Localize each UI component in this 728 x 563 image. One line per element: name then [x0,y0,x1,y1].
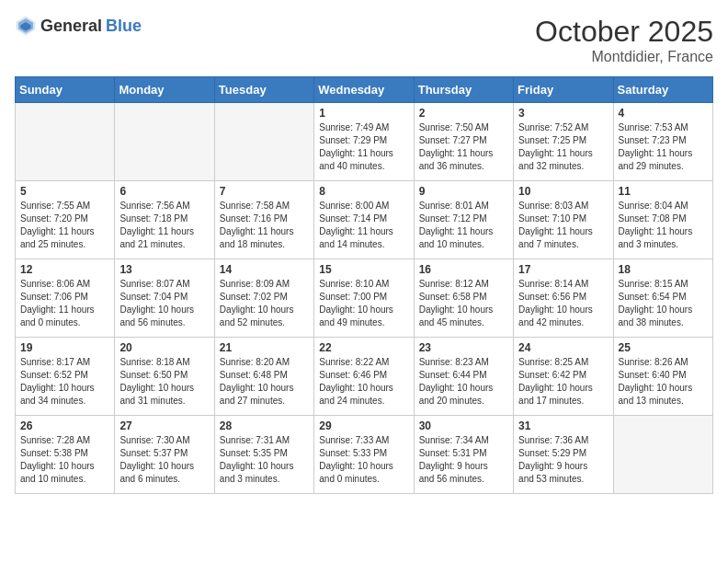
weekday-header-friday: Friday [514,77,613,103]
day-info: Sunrise: 8:23 AM Sunset: 6:44 PM Dayligh… [419,356,508,408]
calendar-cell: 23Sunrise: 8:23 AM Sunset: 6:44 PM Dayli… [414,338,513,416]
day-info: Sunrise: 8:04 AM Sunset: 7:08 PM Dayligh… [619,200,708,251]
logo-general-text: General [40,17,102,36]
day-info: Sunrise: 8:09 AM Sunset: 7:02 PM Dayligh… [220,278,309,329]
day-number: 7 [220,185,309,198]
day-info: Sunrise: 8:22 AM Sunset: 6:46 PM Dayligh… [319,356,408,408]
weekday-header-thursday: Thursday [414,77,513,103]
day-info: Sunrise: 7:34 AM Sunset: 5:31 PM Dayligh… [419,434,508,486]
day-info: Sunrise: 7:58 AM Sunset: 7:16 PM Dayligh… [220,200,309,251]
page-header: General Blue October 2025 Montdidier, Fr… [15,15,713,65]
day-info: Sunrise: 7:55 AM Sunset: 7:20 PM Dayligh… [20,200,109,251]
calendar-cell: 22Sunrise: 8:22 AM Sunset: 6:46 PM Dayli… [314,338,414,416]
day-number: 11 [619,185,708,198]
calendar-cell: 9Sunrise: 8:01 AM Sunset: 7:12 PM Daylig… [414,181,513,259]
day-info: Sunrise: 8:15 AM Sunset: 6:54 PM Dayligh… [619,278,708,329]
day-number: 12 [20,263,109,276]
day-number: 30 [419,419,508,432]
calendar-cell: 4Sunrise: 7:53 AM Sunset: 7:23 PM Daylig… [613,103,712,181]
calendar-cell: 20Sunrise: 8:18 AM Sunset: 6:50 PM Dayli… [115,338,214,416]
day-number: 13 [119,263,209,276]
day-number: 28 [220,419,309,432]
day-info: Sunrise: 8:07 AM Sunset: 7:04 PM Dayligh… [119,278,209,329]
calendar-cell: 19Sunrise: 8:17 AM Sunset: 6:52 PM Dayli… [16,338,115,416]
calendar-cell: 2Sunrise: 7:50 AM Sunset: 7:27 PM Daylig… [414,103,513,181]
calendar-week-row: 26Sunrise: 7:28 AM Sunset: 5:38 PM Dayli… [16,416,713,494]
calendar-cell: 16Sunrise: 8:12 AM Sunset: 6:58 PM Dayli… [414,259,513,338]
calendar-cell [214,103,313,181]
day-info: Sunrise: 8:06 AM Sunset: 7:06 PM Dayligh… [20,278,109,329]
weekday-header-sunday: Sunday [16,77,115,103]
calendar-week-row: 19Sunrise: 8:17 AM Sunset: 6:52 PM Dayli… [16,338,713,416]
day-info: Sunrise: 8:03 AM Sunset: 7:10 PM Dayligh… [518,200,608,251]
calendar-cell: 12Sunrise: 8:06 AM Sunset: 7:06 PM Dayli… [16,259,115,338]
day-number: 26 [20,419,109,432]
day-number: 16 [419,263,508,276]
day-number: 1 [319,107,408,120]
day-info: Sunrise: 7:31 AM Sunset: 5:35 PM Dayligh… [220,434,309,486]
day-number: 19 [20,341,109,354]
day-info: Sunrise: 7:52 AM Sunset: 7:25 PM Dayligh… [518,121,608,173]
day-number: 22 [319,341,408,354]
day-number: 14 [220,263,309,276]
day-number: 5 [20,185,109,198]
calendar-cell: 6Sunrise: 7:56 AM Sunset: 7:18 PM Daylig… [115,181,214,259]
day-number: 29 [319,419,408,432]
day-number: 8 [319,185,408,198]
day-info: Sunrise: 7:53 AM Sunset: 7:23 PM Dayligh… [619,121,708,173]
day-number: 17 [518,263,608,276]
calendar-table: SundayMondayTuesdayWednesdayThursdayFrid… [15,76,713,494]
day-number: 10 [518,185,608,198]
day-info: Sunrise: 8:18 AM Sunset: 6:50 PM Dayligh… [119,356,209,408]
day-info: Sunrise: 7:49 AM Sunset: 7:29 PM Dayligh… [319,121,408,173]
day-number: 20 [119,341,209,354]
day-number: 23 [419,341,508,354]
day-info: Sunrise: 8:12 AM Sunset: 6:58 PM Dayligh… [419,278,508,329]
calendar-cell: 15Sunrise: 8:10 AM Sunset: 7:00 PM Dayli… [314,259,414,338]
logo-icon [15,15,37,37]
weekday-header-wednesday: Wednesday [314,77,414,103]
month-title: October 2025 [535,15,713,49]
day-number: 18 [619,263,708,276]
day-info: Sunrise: 7:33 AM Sunset: 5:33 PM Dayligh… [319,434,408,486]
calendar-cell: 27Sunrise: 7:30 AM Sunset: 5:37 PM Dayli… [115,416,214,494]
calendar-cell: 31Sunrise: 7:36 AM Sunset: 5:29 PM Dayli… [514,416,613,494]
weekday-header-monday: Monday [115,77,214,103]
day-info: Sunrise: 7:36 AM Sunset: 5:29 PM Dayligh… [518,434,608,486]
day-info: Sunrise: 8:01 AM Sunset: 7:12 PM Dayligh… [419,200,508,251]
day-info: Sunrise: 8:20 AM Sunset: 6:48 PM Dayligh… [220,356,309,408]
calendar-cell: 14Sunrise: 8:09 AM Sunset: 7:02 PM Dayli… [214,259,313,338]
day-info: Sunrise: 8:17 AM Sunset: 6:52 PM Dayligh… [20,356,109,408]
day-number: 21 [220,341,309,354]
calendar-cell: 29Sunrise: 7:33 AM Sunset: 5:33 PM Dayli… [314,416,414,494]
calendar-cell: 8Sunrise: 8:00 AM Sunset: 7:14 PM Daylig… [314,181,414,259]
calendar-cell: 10Sunrise: 8:03 AM Sunset: 7:10 PM Dayli… [514,181,613,259]
calendar-cell: 1Sunrise: 7:49 AM Sunset: 7:29 PM Daylig… [314,103,414,181]
weekday-header-saturday: Saturday [613,77,712,103]
calendar-cell: 26Sunrise: 7:28 AM Sunset: 5:38 PM Dayli… [16,416,115,494]
calendar-cell [16,103,115,181]
day-number: 31 [518,419,608,432]
day-info: Sunrise: 8:25 AM Sunset: 6:42 PM Dayligh… [518,356,608,408]
calendar-week-row: 5Sunrise: 7:55 AM Sunset: 7:20 PM Daylig… [16,181,713,259]
day-number: 15 [319,263,408,276]
day-number: 27 [119,419,209,432]
calendar-cell: 21Sunrise: 8:20 AM Sunset: 6:48 PM Dayli… [214,338,313,416]
calendar-cell: 13Sunrise: 8:07 AM Sunset: 7:04 PM Dayli… [115,259,214,338]
day-info: Sunrise: 8:26 AM Sunset: 6:40 PM Dayligh… [619,356,708,408]
calendar-week-row: 1Sunrise: 7:49 AM Sunset: 7:29 PM Daylig… [16,103,713,181]
day-number: 25 [619,341,708,354]
day-info: Sunrise: 7:28 AM Sunset: 5:38 PM Dayligh… [20,434,109,486]
calendar-cell: 5Sunrise: 7:55 AM Sunset: 7:20 PM Daylig… [16,181,115,259]
title-block: October 2025 Montdidier, France [535,15,713,65]
day-number: 24 [518,341,608,354]
location-title: Montdidier, France [535,49,713,65]
day-number: 4 [619,107,708,120]
calendar-cell: 11Sunrise: 8:04 AM Sunset: 7:08 PM Dayli… [613,181,712,259]
calendar-cell: 7Sunrise: 7:58 AM Sunset: 7:16 PM Daylig… [214,181,313,259]
weekday-header-tuesday: Tuesday [214,77,313,103]
calendar-cell: 17Sunrise: 8:14 AM Sunset: 6:56 PM Dayli… [514,259,613,338]
calendar-cell: 24Sunrise: 8:25 AM Sunset: 6:42 PM Dayli… [514,338,613,416]
calendar-cell: 18Sunrise: 8:15 AM Sunset: 6:54 PM Dayli… [613,259,712,338]
day-info: Sunrise: 8:00 AM Sunset: 7:14 PM Dayligh… [319,200,408,251]
